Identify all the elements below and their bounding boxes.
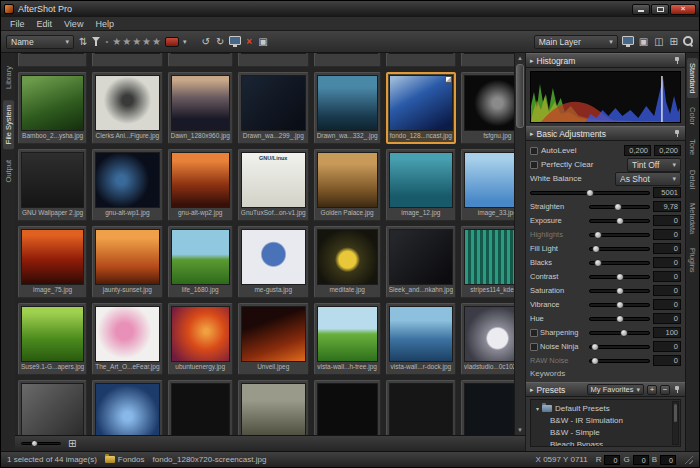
- slider[interactable]: [589, 359, 650, 363]
- resize-grip[interactable]: [684, 455, 693, 464]
- thumbnail[interactable]: [386, 53, 456, 67]
- checkbox[interactable]: [530, 343, 538, 351]
- thumbnail[interactable]: GNU Wallpaper 2.jpg: [18, 149, 87, 221]
- tab-tone[interactable]: Tone: [687, 134, 698, 160]
- slider[interactable]: [589, 247, 650, 251]
- slider[interactable]: [589, 275, 650, 279]
- thumbnail[interactable]: [238, 380, 309, 435]
- sort-field-dropdown[interactable]: Name ▾: [6, 35, 74, 49]
- tab-file-system[interactable]: File System: [3, 100, 14, 149]
- slideshow-icon[interactable]: [229, 36, 241, 45]
- chevron-down-icon[interactable]: ▾: [183, 38, 187, 46]
- slider-handle[interactable]: [616, 217, 624, 225]
- menu-help[interactable]: Help: [89, 18, 120, 30]
- slider[interactable]: [589, 233, 650, 237]
- thumbnail[interactable]: Unveil.jpeg: [238, 303, 309, 375]
- add-preset-button[interactable]: +: [647, 385, 657, 395]
- thumbnail[interactable]: gnu-alt-wp1.jpg: [92, 149, 162, 221]
- thumbnail[interactable]: jaunty-sunset.jpg: [92, 226, 162, 298]
- adjustment-value[interactable]: 0: [653, 313, 681, 324]
- thumbnail[interactable]: [386, 380, 456, 435]
- thumbnail[interactable]: Golden Palace.jpg: [314, 149, 381, 221]
- preset-item[interactable]: Bleach Bypass: [532, 438, 679, 447]
- preset-scrollbar[interactable]: [672, 401, 679, 445]
- thumbnail[interactable]: Sleek_and...nkahn.jpg: [386, 226, 456, 298]
- vertical-scrollbar[interactable]: ▲ ▼: [514, 53, 525, 435]
- slider-handle[interactable]: [592, 245, 600, 253]
- slider-handle[interactable]: [594, 231, 602, 239]
- pin-icon[interactable]: [673, 129, 681, 138]
- basic-adjustments-header[interactable]: ▸ Basic Adjustments: [526, 126, 685, 141]
- slider-handle[interactable]: [616, 301, 624, 309]
- rotate-left-icon[interactable]: ↺: [201, 37, 211, 47]
- thumbnail[interactable]: ubuntuenergy.jpg: [168, 303, 233, 375]
- thumbnail[interactable]: vista-wall...r-dock.jpg: [386, 303, 456, 375]
- slider[interactable]: [589, 261, 650, 265]
- autolevel-low-field[interactable]: 0,200: [624, 145, 651, 156]
- slider[interactable]: [589, 345, 650, 349]
- slider[interactable]: [530, 191, 650, 195]
- tab-output[interactable]: Output: [3, 155, 14, 188]
- tab-color[interactable]: Color: [687, 102, 698, 130]
- thumbnail[interactable]: Drawn_wa...332_.jpg: [314, 72, 381, 144]
- layer-dropdown[interactable]: Main Layer ▾: [534, 35, 618, 49]
- preset-folder[interactable]: ▾Default Presets: [532, 402, 679, 414]
- presets-header[interactable]: ▸ Presets My Favorites ▾ + −: [526, 382, 685, 397]
- menu-view[interactable]: View: [58, 18, 89, 30]
- slider-handle[interactable]: [591, 357, 599, 365]
- slider-handle[interactable]: [31, 440, 38, 447]
- star-icon[interactable]: ★: [112, 36, 121, 47]
- slider-handle[interactable]: [620, 329, 628, 337]
- tab-detail[interactable]: Detail: [687, 165, 698, 194]
- slider[interactable]: [589, 289, 650, 293]
- tab-plugins[interactable]: Plugins: [687, 243, 698, 278]
- perfectly-clear-checkbox[interactable]: [530, 161, 538, 169]
- star-icon[interactable]: ★: [122, 36, 131, 47]
- adjustment-value[interactable]: 0: [653, 271, 681, 282]
- adjustment-value[interactable]: 0: [653, 215, 681, 226]
- thumbnail[interactable]: [92, 380, 162, 435]
- thumbnail[interactable]: GNU/LinuxGnuTuxSof...on-v1.jpg: [238, 149, 309, 221]
- scroll-up-icon[interactable]: ▲: [515, 53, 525, 63]
- thumbnail[interactable]: [18, 380, 87, 435]
- slider-handle[interactable]: [614, 203, 622, 211]
- star-icon[interactable]: ★: [132, 36, 141, 47]
- thumbnail[interactable]: [92, 53, 162, 67]
- reject-icon[interactable]: ×: [245, 37, 253, 47]
- thumbnail[interactable]: [238, 53, 309, 67]
- thumbnail-selected[interactable]: fondo_128...ncast.jpg: [386, 72, 456, 144]
- checkbox[interactable]: [530, 329, 538, 337]
- maximize-button[interactable]: [651, 4, 669, 15]
- autolevel-high-field[interactable]: 0,200: [654, 145, 681, 156]
- sort-direction-icon[interactable]: ⇅: [78, 37, 88, 47]
- thumbnail[interactable]: The_Art_O...eFear.jpg: [92, 303, 162, 375]
- autolevel-checkbox[interactable]: [530, 147, 538, 155]
- rating-none-icon[interactable]: •: [105, 37, 108, 46]
- thumbnail[interactable]: me-gusta.jpg: [238, 226, 309, 298]
- pin-icon[interactable]: [673, 56, 681, 65]
- titlebar[interactable]: AfterShot Pro ×: [1, 1, 699, 17]
- thumbnail[interactable]: meditate.jpg: [314, 226, 381, 298]
- thumbnail[interactable]: life_1680.jpg: [168, 226, 233, 298]
- adjustment-value[interactable]: 5001: [653, 187, 681, 198]
- menu-edit[interactable]: Edit: [31, 18, 59, 30]
- magnifier-icon[interactable]: [683, 36, 694, 47]
- thumbnail[interactable]: gnu-alt-wp2.jpg: [168, 149, 233, 221]
- adjustment-value[interactable]: 0: [653, 285, 681, 296]
- preset-item[interactable]: B&W - Simple: [532, 426, 679, 438]
- new-layer-icon[interactable]: [622, 36, 634, 45]
- thumbnail[interactable]: Bamboo_2...ysha.jpg: [18, 72, 87, 144]
- adjustment-value[interactable]: 0: [653, 299, 681, 310]
- tab-library[interactable]: Library: [3, 61, 14, 94]
- tab-standard[interactable]: Standard: [687, 58, 698, 98]
- pin-icon[interactable]: [673, 385, 681, 394]
- thumbnail[interactable]: [18, 53, 87, 67]
- snapshot-icon[interactable]: ▣: [257, 37, 268, 47]
- tint-dropdown[interactable]: Tint Off ▾: [627, 158, 681, 172]
- thumbnail[interactable]: image_12.jpg: [386, 149, 456, 221]
- slider-handle[interactable]: [616, 287, 624, 295]
- slider[interactable]: [589, 205, 650, 209]
- slider-handle[interactable]: [586, 189, 594, 197]
- thumbnail[interactable]: Drawn_wa...299_.jpg: [238, 72, 309, 144]
- star-icon[interactable]: ★: [142, 36, 151, 47]
